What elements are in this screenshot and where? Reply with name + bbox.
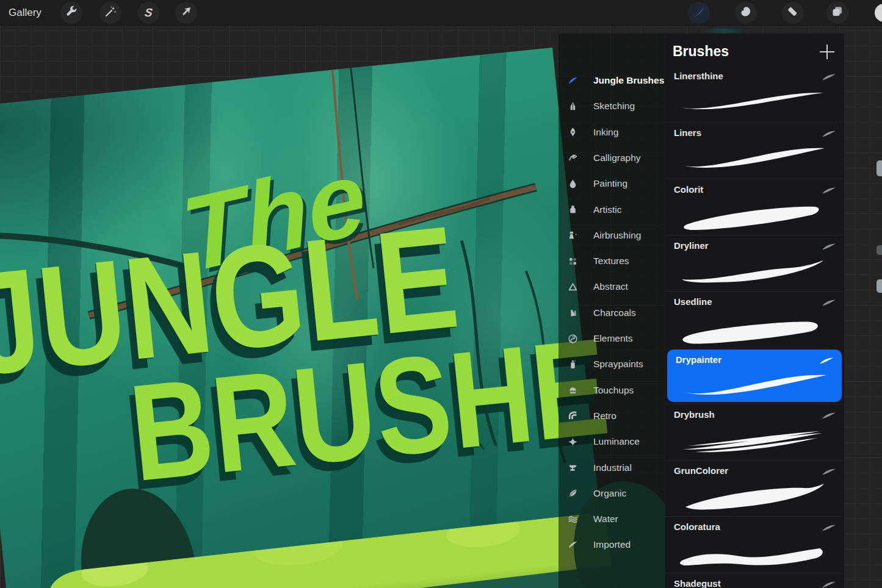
selection-button[interactable]: S [137,2,159,24]
actions-button[interactable] [60,2,82,24]
brush-stroke-preview [675,198,829,233]
smudge-icon [739,5,753,21]
brush-name: GrunColorer [674,465,728,476]
category-label: Painting [593,178,627,189]
smudge-tool-button[interactable] [735,2,757,24]
category-item-imported[interactable]: Imported [558,532,665,557]
brush-name: Shadegust [674,578,721,588]
layers-button[interactable] [826,2,848,24]
magic-wand-icon [104,5,117,21]
brush-stroke-preview [675,141,829,176]
category-item-elements[interactable]: Elements [558,326,665,351]
selection-s-icon: S [143,6,153,20]
category-item-luminance[interactable]: Luminance [558,429,665,454]
waves-icon [567,514,578,525]
active-color-swatch[interactable] [875,4,882,22]
category-item-airbrushing[interactable]: Airbrushing [558,223,665,248]
category-item-inking[interactable]: Inking [558,120,665,145]
brush-row-colorit[interactable]: Colorit [665,179,844,235]
brush-stroke-preview [675,254,829,289]
brush-row-coloratura[interactable]: Coloratura [665,516,844,572]
category-item-industrial[interactable]: Industrial [558,456,665,480]
brush-stroke-preview [675,479,829,514]
category-item-touchups[interactable]: Touchups [558,378,665,403]
brush-row-usedline[interactable]: Usedline [665,291,844,347]
brush-name: Linersthine [674,71,723,81]
brush-stroke-preview [675,84,829,120]
brush-row-liners[interactable]: Liners [665,122,844,178]
brush-swoosh-icon [567,75,578,86]
brush-stroke-icon [822,298,836,306]
category-label: Touchups [593,385,634,396]
brush-stroke-preview [675,535,829,570]
airbrush-icon [567,230,578,241]
drawing-canvas[interactable]: The JUNGLE BRUSHE [0,48,614,588]
category-item-charcoals[interactable]: Charcoals [558,301,665,325]
leaf-icon [567,488,578,499]
brush-row-drypainter[interactable]: Drypainter [667,350,842,402]
paint-tool-button[interactable] [688,2,710,24]
top-toolbar: Gallery S [0,0,882,26]
eraser-tool-button[interactable] [782,2,804,24]
brush-row-drybrush[interactable]: Drybrush [665,404,844,460]
category-label: Luminance [593,436,640,447]
retro-arc-icon [567,411,578,421]
add-brush-button[interactable] [820,45,834,59]
brush-stroke-icon [819,356,834,364]
powder-puff-icon [567,385,578,396]
brush-row-gruncolorer[interactable]: GrunColorer [665,460,844,516]
category-label: Organic [593,488,626,499]
sidebar-opacity-slider-handle[interactable] [877,279,882,293]
category-item-sketching[interactable]: Sketching [558,94,665,118]
spray-can-icon [567,359,578,370]
ink-bottle-icon [567,204,578,215]
brush-stroke-preview [675,310,829,345]
brush-stroke-icon [822,129,836,137]
brush-stroke-icon [822,186,836,194]
brush-row-linersthine[interactable]: Linersthine [665,66,844,122]
category-item-artistic[interactable]: Artistic [558,198,665,222]
category-label: Artistic [593,204,622,215]
gallery-button[interactable]: Gallery [9,0,42,26]
brush-stroke-preview [675,423,829,458]
sidebar-modify-handle[interactable] [877,245,882,255]
brushes-panel-header: Brushes [665,34,844,66]
brush-stroke-icon [822,242,836,250]
brush-name: Colorit [674,184,703,195]
charcoal-icon [567,307,578,318]
paint-brush-icon [692,5,706,21]
category-item-calligraphy[interactable]: Calligraphy [558,146,665,170]
category-label: Abstract [593,281,628,292]
category-label: Imported [593,539,631,550]
category-item-jungle-brushes[interactable]: Jungle Brushes [558,68,665,93]
category-item-textures[interactable]: Textures [558,249,665,273]
brush-name: Drypainter [676,354,721,365]
layers-icon [831,5,844,21]
category-label: Calligraphy [593,152,641,163]
sidebar-size-slider-handle[interactable] [877,160,882,176]
brush-row-shadegust[interactable]: Shadegust [665,573,844,588]
triangle-icon [567,281,578,292]
squiggle-icon [567,152,578,163]
pen-nib-icon [567,127,578,138]
category-item-retro[interactable]: Retro [558,404,665,428]
brush-category-list: Jungle BrushesSketchingInkingCalligraphy… [558,34,665,588]
brush-stroke-icon [822,523,836,531]
brush-row-dryliner[interactable]: Dryliner [665,235,844,291]
category-item-organic[interactable]: Organic [558,481,665,506]
yin-yang-icon [567,333,578,344]
category-label: Industrial [593,462,632,473]
category-item-water[interactable]: Water [558,507,665,531]
category-item-painting[interactable]: Painting [558,171,665,196]
pencil-icon [567,101,578,112]
category-label: Retro [593,411,616,421]
brush-stroke-icon [822,411,836,419]
category-item-spraypaints[interactable]: Spraypaints [558,352,665,376]
adjustments-button[interactable] [99,2,121,24]
category-label: Charcoals [593,307,636,318]
category-label: Water [593,514,618,525]
brush-name: Dryliner [674,240,709,251]
category-item-abstract[interactable]: Abstract [558,274,665,299]
brush-swoosh-icon [567,539,578,550]
transform-button[interactable] [175,2,197,24]
